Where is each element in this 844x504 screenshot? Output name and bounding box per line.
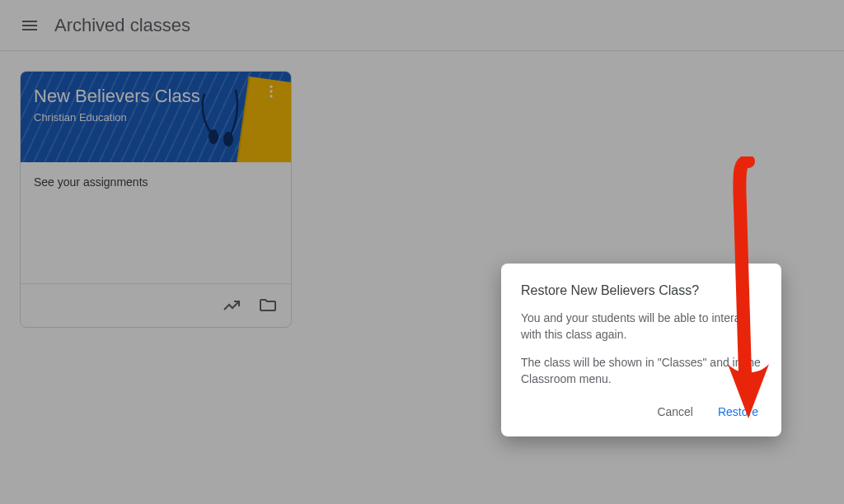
cancel-button[interactable]: Cancel bbox=[654, 399, 696, 425]
dialog-actions: Cancel Restore bbox=[521, 399, 762, 425]
dialog-paragraph-2: The class will be shown in "Classes" and… bbox=[521, 354, 762, 387]
dialog-title: Restore New Believers Class? bbox=[521, 283, 762, 298]
dialog-paragraph-1: You and your students will be able to in… bbox=[521, 310, 762, 343]
restore-dialog: Restore New Believers Class? You and you… bbox=[501, 264, 781, 436]
dialog-body: You and your students will be able to in… bbox=[521, 310, 762, 387]
restore-button[interactable]: Restore bbox=[715, 399, 762, 425]
